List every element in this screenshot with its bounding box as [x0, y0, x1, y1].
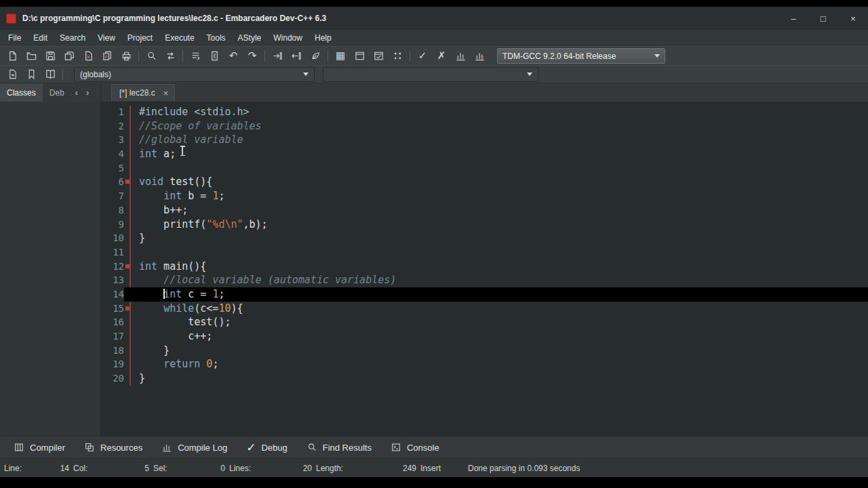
code-line-18[interactable]: 18 }: [101, 344, 868, 358]
book-button[interactable]: [41, 66, 60, 83]
code-line-text[interactable]: int a;: [124, 147, 868, 161]
compiler-select[interactable]: TDM-GCC 9.2.0 64-bit Release: [497, 48, 665, 64]
report-tab-compiler[interactable]: Compiler: [4, 436, 75, 458]
code-line-15[interactable]: 15 while(c<=10){: [101, 302, 868, 316]
goto-line-button[interactable]: [186, 48, 205, 64]
code-line-text[interactable]: c++;: [124, 329, 868, 344]
menu-search[interactable]: Search: [54, 30, 92, 46]
code-line-text[interactable]: [124, 245, 868, 260]
line-number: 6: [101, 175, 124, 189]
undo-button[interactable]: ↶: [224, 48, 243, 64]
rebuild-button[interactable]: [388, 48, 407, 64]
code-line-text[interactable]: int main(){: [124, 260, 868, 274]
menu-file[interactable]: File: [2, 30, 27, 46]
code-line-text[interactable]: }: [124, 231, 868, 245]
code-line-text[interactable]: //Scope of variables: [124, 119, 868, 134]
step-into-button[interactable]: [268, 48, 287, 64]
syntax-check-button[interactable]: [306, 48, 325, 64]
print-button[interactable]: [117, 48, 136, 64]
code-editor[interactable]: 1#include <stdio.h>2//Scope of variables…: [101, 102, 868, 436]
open-file-button[interactable]: [22, 48, 41, 64]
tab-scroll-right-button[interactable]: ›: [82, 87, 93, 98]
code-line-text[interactable]: int b = 1;: [124, 189, 868, 203]
code-line-text[interactable]: #include <stdio.h>: [124, 105, 868, 119]
report-tab-resources[interactable]: Resources: [75, 436, 152, 458]
code-line-10[interactable]: 10}: [101, 231, 868, 245]
code-line-text[interactable]: test();: [124, 315, 868, 329]
code-line-17[interactable]: 17 c++;: [101, 329, 868, 344]
code-line-8[interactable]: 8 b++;: [101, 203, 868, 218]
globals-select[interactable]: (globals): [74, 67, 315, 82]
check-button[interactable]: ✓: [413, 48, 432, 64]
code-line-1[interactable]: 1#include <stdio.h>: [101, 105, 868, 119]
maximize-button[interactable]: □: [808, 7, 838, 30]
code-line-16[interactable]: 16 test();: [101, 315, 868, 329]
editor-tab-lec28[interactable]: [*] lec28.c×: [111, 84, 175, 101]
run-button[interactable]: [350, 48, 369, 64]
panel-tab-deb[interactable]: Deb: [43, 83, 71, 102]
menu-execute[interactable]: Execute: [159, 30, 200, 46]
menu-edit[interactable]: Edit: [27, 30, 54, 46]
tab-close-icon[interactable]: ×: [163, 88, 169, 98]
find-button[interactable]: [142, 48, 161, 64]
tab-scroll-left-button[interactable]: ‹: [71, 87, 82, 98]
toolbar-separator: [182, 50, 183, 62]
compile-run-button[interactable]: [369, 48, 388, 64]
code-token: c =: [182, 288, 212, 300]
code-line-text[interactable]: //global variable: [124, 133, 868, 147]
compile-button[interactable]: ▦: [331, 48, 350, 64]
code-line-text[interactable]: int c = 1;: [124, 287, 868, 302]
close-button[interactable]: ×: [838, 7, 868, 30]
report-tab-debug[interactable]: ✓Debug: [237, 436, 297, 458]
insert-button[interactable]: [3, 66, 22, 83]
save-all-button[interactable]: [60, 48, 79, 64]
report-tab-console[interactable]: Console: [381, 436, 449, 458]
minimize-button[interactable]: –: [778, 7, 808, 30]
code-line-text[interactable]: //local variable (automatic variables): [124, 273, 868, 287]
menu-help[interactable]: Help: [309, 30, 338, 46]
menu-tools[interactable]: Tools: [201, 30, 232, 46]
code-line-text[interactable]: printf("%d\n",b);: [124, 218, 868, 232]
menu-astyle[interactable]: AStyle: [232, 30, 268, 46]
report-tab-find-results[interactable]: Find Results: [297, 436, 381, 458]
menu-window[interactable]: Window: [267, 30, 309, 46]
menu-view[interactable]: View: [92, 30, 121, 46]
code-line-text[interactable]: return 0;: [124, 357, 868, 371]
close-file-button[interactable]: [79, 48, 98, 64]
code-line-text[interactable]: while(c<=10){: [124, 302, 868, 316]
code-line-2[interactable]: 2//Scope of variables: [101, 119, 868, 134]
code-line-9[interactable]: 9 printf("%d\n",b);: [101, 218, 868, 232]
insert-icon: [7, 68, 18, 80]
code-line-20[interactable]: 20}: [101, 371, 868, 386]
panel-tab-classes[interactable]: Classes: [0, 83, 43, 102]
step-out-button[interactable]: [287, 48, 306, 64]
code-line-5[interactable]: 5: [101, 161, 868, 176]
code-line-6[interactable]: 6void test(){: [101, 175, 868, 189]
code-line-text[interactable]: [124, 161, 868, 176]
code-line-text[interactable]: }: [124, 371, 868, 386]
code-line-14[interactable]: 14 int c = 1;: [101, 287, 868, 302]
save-button[interactable]: [41, 48, 60, 64]
code-line-19[interactable]: 19 return 0;: [101, 357, 868, 371]
code-line-3[interactable]: 3//global variable: [101, 133, 868, 147]
code-line-7[interactable]: 7 int b = 1;: [101, 189, 868, 203]
code-line-11[interactable]: 11: [101, 245, 868, 260]
code-line-12[interactable]: 12int main(){: [101, 260, 868, 274]
code-line-4[interactable]: 4int a;: [101, 147, 868, 161]
replace-button[interactable]: [161, 48, 180, 64]
close-all-button[interactable]: [98, 48, 117, 64]
profile-delete-button[interactable]: [470, 48, 489, 64]
code-line-text[interactable]: void test(){: [124, 175, 868, 189]
code-line-text[interactable]: b++;: [124, 203, 868, 218]
code-line-text[interactable]: }: [124, 344, 868, 358]
report-tab-compile-log[interactable]: Compile Log: [152, 436, 237, 458]
new-file-button[interactable]: [3, 48, 22, 64]
bookmark-button[interactable]: [22, 66, 41, 83]
abort-button[interactable]: ✗: [432, 48, 451, 64]
menu-project[interactable]: Project: [121, 30, 159, 46]
code-line-13[interactable]: 13 //local variable (automatic variables…: [101, 273, 868, 287]
profile-button[interactable]: [451, 48, 470, 64]
redo-button[interactable]: ↷: [243, 48, 262, 64]
members-select[interactable]: [323, 67, 538, 82]
swap-header-source-button[interactable]: [205, 48, 224, 64]
